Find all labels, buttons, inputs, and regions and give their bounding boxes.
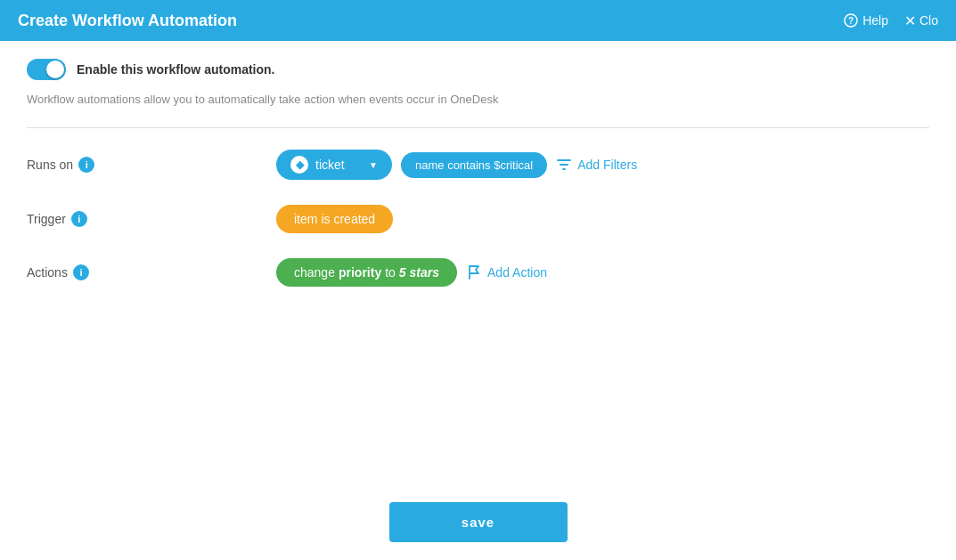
modal-header: Create Workflow Automation ? Help ✕ Clo <box>0 0 956 41</box>
actions-label: Actions i <box>27 264 116 280</box>
modal-footer: save <box>0 484 956 560</box>
add-filters-button[interactable]: Add Filters <box>556 157 637 173</box>
trigger-row: Trigger i item is created <box>27 205 929 233</box>
actions-info-icon[interactable]: i <box>73 264 89 280</box>
description-text: Workflow automations allow you to automa… <box>27 93 929 106</box>
flag-icon <box>466 264 482 280</box>
ticket-dropdown[interactable]: ◆ ticket ▼ <box>276 150 392 180</box>
enable-toggle[interactable] <box>27 59 66 80</box>
action-bold: priority <box>339 265 381 280</box>
help-button[interactable]: ? Help <box>844 13 888 28</box>
actions-controls: change priority to 5 stars Add Action <box>276 258 929 287</box>
runs-on-controls: ◆ ticket ▼ name contains $critical Add F… <box>276 150 929 180</box>
close-x-icon: ✕ <box>904 12 916 29</box>
dropdown-arrow-icon: ▼ <box>369 160 378 170</box>
action-prefix: change <box>294 265 335 280</box>
filter-badge[interactable]: name contains $critical <box>401 152 547 178</box>
trigger-item-text: item <box>294 212 317 226</box>
action-badge[interactable]: change priority to 5 stars <box>276 258 457 287</box>
svg-text:?: ? <box>848 16 854 26</box>
action-middle: to <box>385 265 396 280</box>
trigger-controls: item is created <box>276 205 929 233</box>
close-button[interactable]: ✕ Clo <box>904 12 938 29</box>
trigger-info-icon[interactable]: i <box>71 211 87 227</box>
add-action-button[interactable]: Add Action <box>466 264 547 280</box>
action-italic: 5 stars <box>399 265 439 280</box>
runs-on-label: Runs on i <box>27 157 116 173</box>
actions-row: Actions i change priority to 5 stars Add… <box>27 258 929 287</box>
trigger-rest-text: is created <box>321 212 375 226</box>
help-icon: ? <box>844 13 858 28</box>
ticket-icon: ◆ <box>290 156 308 174</box>
runs-on-info-icon[interactable]: i <box>78 157 94 173</box>
trigger-label: Trigger i <box>27 211 116 227</box>
modal-title: Create Workflow Automation <box>18 12 237 30</box>
toggle-knob <box>46 61 64 78</box>
save-button[interactable]: save <box>389 502 568 542</box>
trigger-badge[interactable]: item is created <box>276 205 393 233</box>
header-actions: ? Help ✕ Clo <box>844 12 938 29</box>
toggle-row: Enable this workflow automation. <box>27 59 929 80</box>
divider <box>27 127 929 128</box>
modal-body: Enable this workflow automation. Workflo… <box>0 41 956 484</box>
filter-icon <box>556 157 572 173</box>
runs-on-row: Runs on i ◆ ticket ▼ name contains $crit… <box>27 150 929 180</box>
modal-container: Create Workflow Automation ? Help ✕ Clo <box>0 0 956 560</box>
toggle-label: Enable this workflow automation. <box>77 62 274 77</box>
